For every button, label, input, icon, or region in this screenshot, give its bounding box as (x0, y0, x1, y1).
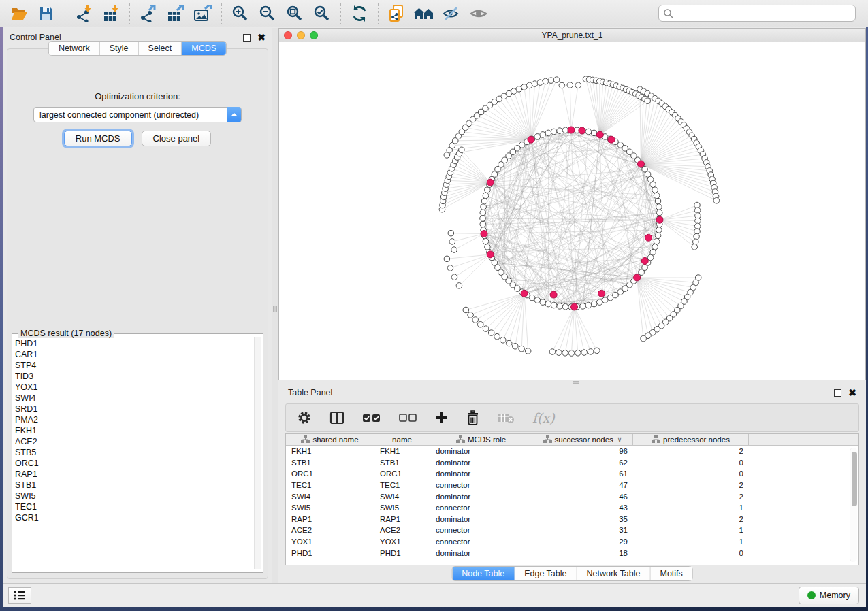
export-network-icon[interactable] (137, 3, 160, 24)
tab-node-table[interactable]: Node Table (452, 567, 515, 580)
open-icon[interactable] (7, 3, 31, 24)
cell: 29 (532, 538, 633, 546)
mcds-result-item[interactable]: YOX1 (15, 382, 253, 393)
cell: ACE2 (286, 526, 374, 534)
mcds-result-item[interactable]: STB1 (15, 480, 253, 491)
search-input[interactable] (674, 9, 855, 18)
mcds-result-item[interactable]: SWI5 (15, 491, 253, 501)
tab-network-table[interactable]: Network Table (577, 567, 651, 580)
table-toolbar: f(x) (285, 403, 859, 432)
table-row[interactable]: ORC1ORC1dominator610 (286, 468, 858, 480)
tab-mcds[interactable]: MCDS (182, 42, 226, 55)
table-settings-gear-icon[interactable] (297, 410, 312, 425)
mcds-result-list[interactable]: PHD1CAR1STP4TID3YOX1SWI4SRD1PMA2FKH1ACE2… (15, 338, 253, 569)
toolbar-separator (129, 3, 130, 24)
tab-edge-table[interactable]: Edge Table (515, 567, 577, 580)
select-all-icon[interactable] (362, 413, 381, 423)
cell: 61 (532, 469, 633, 478)
close-panel-button[interactable]: Close panel (142, 131, 212, 146)
cell: dominator (430, 549, 532, 557)
column-header-successor-nodes[interactable]: successor nodes∨ (532, 434, 633, 445)
tab-select[interactable]: Select (139, 42, 182, 55)
toolbar-separator (378, 3, 379, 24)
mcds-result-item[interactable]: TEC1 (15, 501, 253, 512)
table-row[interactable]: PHD1PHD1dominator180 (286, 547, 858, 559)
toolbar-search-field[interactable] (658, 5, 856, 22)
mcds-result-item[interactable]: ORC1 (15, 458, 253, 469)
cell: 0 (633, 459, 749, 467)
refresh-icon[interactable] (348, 3, 371, 24)
mcds-result-item[interactable]: GCR1 (15, 512, 253, 523)
task-history-button[interactable] (8, 587, 31, 604)
mcds-result-item[interactable]: SRD1 (15, 403, 253, 414)
zoom-fit-icon[interactable] (283, 3, 306, 24)
table-row[interactable]: RAP1RAP1dominator352 (286, 514, 858, 525)
delete-column-trash-icon[interactable] (466, 410, 479, 425)
table-row[interactable]: SWI5SWI5connector431 (286, 502, 858, 514)
deselect-all-icon[interactable] (399, 414, 417, 422)
duplicate-network-icon[interactable] (385, 3, 408, 24)
mcds-result-item[interactable]: PMA2 (15, 414, 253, 425)
tab-motifs[interactable]: Motifs (650, 567, 692, 580)
float-panel-icon[interactable] (243, 34, 251, 42)
table-scrollbar[interactable] (850, 448, 857, 562)
import-network-icon[interactable] (72, 3, 95, 24)
network-canvas[interactable] (279, 43, 865, 380)
table-row[interactable]: TEC1TEC1connector472 (286, 480, 858, 491)
table-row[interactable]: SWI4SWI4dominator462 (286, 491, 858, 502)
cell: 31 (532, 526, 633, 534)
hide-selected-icon[interactable] (440, 3, 463, 24)
mcds-result-item[interactable]: STB5 (15, 447, 253, 458)
cell: connector (430, 538, 532, 546)
close-panel-icon[interactable]: ✖ (257, 34, 266, 42)
table-row[interactable]: ACE2ACE2connector311 (286, 525, 858, 536)
table-row[interactable]: STB1STB1dominator620 (286, 457, 858, 469)
mcds-list-scrollbar[interactable] (254, 337, 261, 569)
export-table-icon[interactable] (164, 3, 187, 24)
run-mcds-button[interactable]: Run MCDS (64, 131, 132, 146)
mcds-result-item[interactable]: FKH1 (15, 425, 253, 436)
vertical-splitter[interactable] (272, 28, 278, 583)
zoom-out-icon[interactable] (256, 3, 279, 24)
delete-table-icon-disabled (497, 412, 515, 424)
show-all-icon[interactable] (467, 3, 490, 24)
column-view-icon[interactable] (329, 411, 344, 425)
optimization-criterion-select[interactable]: largest connected component (undirected) (33, 107, 242, 122)
application-window: Control Panel ✖ NetworkStyleSelectMCDS O… (3, 0, 866, 607)
close-table-panel-icon[interactable]: ✖ (848, 389, 856, 397)
table-row[interactable]: FKH1FKH1dominator962 (286, 446, 858, 457)
column-header-shared-name[interactable]: shared name (286, 434, 374, 445)
tab-style[interactable]: Style (100, 42, 139, 55)
column-header-predecessor-nodes[interactable]: predecessor nodes (633, 434, 749, 445)
status-bar: Memory (3, 583, 866, 607)
memory-button[interactable]: Memory (799, 587, 859, 604)
column-header-MCDS-role[interactable]: MCDS role (430, 434, 532, 445)
table-scrollbar-thumb[interactable] (852, 452, 857, 506)
cell: dominator (430, 447, 532, 455)
table-row[interactable]: YOX1YOX1connector291 (286, 536, 858, 548)
mcds-result-item[interactable]: CAR1 (15, 349, 253, 360)
column-header-name[interactable]: name (374, 434, 430, 445)
mcds-result-item[interactable]: PHD1 (15, 338, 253, 349)
add-column-icon[interactable] (434, 411, 448, 425)
neighbors-icon[interactable] (413, 3, 436, 24)
mcds-result-item[interactable]: ACE2 (15, 436, 253, 447)
network-graph[interactable] (279, 43, 865, 380)
export-image-icon[interactable] (191, 3, 214, 24)
node-table[interactable]: shared namenameMCDS rolesuccessor nodes∨… (285, 433, 859, 565)
mcds-result-item[interactable]: SWI4 (15, 393, 253, 403)
save-icon[interactable] (35, 3, 58, 24)
cell: TEC1 (286, 481, 374, 489)
zoom-selected-icon[interactable] (310, 3, 334, 24)
zoom-in-icon[interactable] (229, 3, 252, 24)
cell: 46 (532, 493, 633, 501)
mcds-result-item[interactable]: RAP1 (15, 469, 253, 480)
float-table-panel-icon[interactable] (834, 389, 841, 397)
import-table-icon[interactable] (99, 3, 123, 24)
mcds-result-item[interactable]: TID3 (15, 371, 253, 382)
network-window-titlebar[interactable]: YPA_prune.txt_1 (279, 29, 865, 42)
mcds-result-item[interactable]: STP4 (15, 360, 253, 371)
tab-network[interactable]: Network (49, 42, 100, 55)
network-window-title: YPA_prune.txt_1 (279, 31, 865, 40)
cell: SWI4 (374, 493, 430, 501)
